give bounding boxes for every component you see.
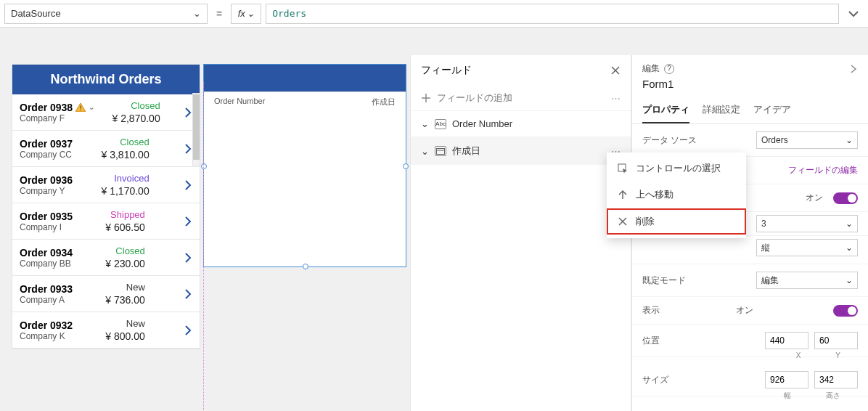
gallery-item[interactable]: Order 0935 Company I Shipped ¥ 606.50: [12, 203, 200, 240]
prop-datasource-dropdown[interactable]: Orders ⌄: [756, 131, 858, 149]
ctx-label: コントロールの選択: [636, 162, 721, 175]
order-status: New: [105, 318, 145, 329]
selection-handle[interactable]: [403, 163, 409, 169]
chevron-right-icon: [184, 251, 192, 264]
chevron-right-icon: [184, 179, 192, 192]
panel-edit-label: 編集: [642, 62, 660, 75]
help-icon[interactable]: ?: [664, 64, 674, 74]
selection-guideline: [203, 82, 204, 411]
order-id: Order 0932: [20, 320, 73, 331]
svg-rect-2: [437, 149, 445, 155]
orders-gallery: Northwind Orders Order 0938 ⌄ Company F …: [12, 64, 200, 349]
prop-y-sublabel: Y: [835, 351, 840, 359]
company-name: Company F: [20, 113, 94, 123]
property-dropdown[interactable]: DataSource ⌄: [4, 4, 208, 24]
tab-ideas[interactable]: アイデア: [753, 97, 791, 123]
fx-button[interactable]: fx ⌄: [231, 4, 261, 24]
chevron-down-icon: ⌄: [846, 219, 853, 229]
ctx-move-up[interactable]: 上へ移動: [607, 182, 746, 208]
field-label: 作成日: [452, 145, 480, 158]
prop-columns-dropdown[interactable]: 3 ⌄: [756, 215, 858, 232]
company-name: Company I: [20, 222, 73, 232]
prop-defaultmode-dropdown[interactable]: 編集 ⌄: [756, 272, 858, 289]
date-type-icon: [435, 146, 446, 156]
order-id: Order 0937: [20, 138, 73, 150]
ctx-label: 上へ移動: [636, 188, 673, 201]
gallery-title: Northwind Orders: [12, 65, 200, 94]
cursor-icon: [617, 163, 629, 174]
order-id: Order 0933: [20, 283, 73, 295]
formula-input[interactable]: [266, 4, 839, 24]
field-context-menu: コントロールの選択 上へ移動 削除: [607, 152, 746, 238]
chevron-right-icon: [184, 288, 192, 301]
field-row-order-number[interactable]: ⌄ Abc Order Number: [411, 110, 631, 137]
formula-bar: DataSource ⌄ = fx ⌄: [0, 0, 868, 28]
prop-y-input[interactable]: [814, 332, 858, 349]
gallery-item[interactable]: Order 0937 Company CC Closed ¥ 3,810.00: [12, 131, 200, 167]
order-status: Closed: [112, 100, 160, 111]
prop-size-label: サイズ: [642, 374, 668, 386]
order-id: Order 0934: [20, 247, 73, 259]
order-id: Order 0936: [20, 174, 73, 186]
chevron-down-icon: ⌄: [846, 135, 853, 145]
form-header-bar: [204, 65, 406, 92]
tab-properties[interactable]: プロパティ: [642, 97, 689, 123]
gallery-item[interactable]: Order 0936 Company Y Invoiced ¥ 1,170.00: [12, 167, 200, 203]
more-icon[interactable]: ⋯: [611, 93, 621, 104]
order-price: ¥ 2,870.00: [112, 113, 160, 124]
chevron-down-icon: ⌄: [193, 8, 201, 19]
chevron-down-icon: ⌄: [421, 118, 429, 129]
prop-datasource-value: Orders: [761, 135, 788, 145]
add-field-button[interactable]: フィールドの追加 ⋯: [411, 86, 631, 110]
gallery-scrollbar[interactable]: [192, 93, 200, 166]
chevron-right-icon: [184, 324, 192, 337]
order-id: Order 0935: [20, 211, 73, 222]
prop-defaultmode-value: 編集: [761, 274, 779, 287]
gallery-item[interactable]: Order 0934 Company BB Closed ¥ 230.00: [12, 240, 200, 276]
form-column-order-number: Order Number: [214, 97, 372, 107]
prop-visible-onlabel: オン: [736, 304, 753, 317]
prop-height-input[interactable]: [814, 371, 858, 388]
gallery-item[interactable]: Order 0933 Company A New ¥ 736.00: [12, 276, 200, 312]
toggle-on[interactable]: [833, 192, 858, 204]
company-name: Company K: [20, 331, 73, 341]
property-dropdown-label: DataSource: [11, 8, 61, 19]
ctx-delete[interactable]: 削除: [607, 208, 746, 235]
order-price: ¥ 230.00: [105, 258, 145, 269]
field-row-created-date[interactable]: ⌄ 作成日 ⋯: [411, 137, 631, 165]
ctx-label: 削除: [636, 215, 655, 228]
field-label: Order Number: [452, 118, 512, 129]
chevron-right-icon[interactable]: [849, 63, 858, 75]
order-status: Closed: [102, 137, 150, 147]
formula-expand-button[interactable]: [843, 4, 864, 24]
selection-handle[interactable]: [201, 163, 207, 169]
chevron-down-icon: ⌄: [421, 146, 429, 157]
tab-advanced[interactable]: 詳細設定: [703, 97, 740, 123]
prop-layout-dropdown[interactable]: 縦 ⌄: [756, 239, 858, 256]
close-icon[interactable]: [610, 65, 621, 76]
warning-icon: [75, 103, 86, 112]
company-name: Company Y: [20, 186, 73, 196]
order-price: ¥ 1,170.00: [102, 185, 150, 197]
order-price: ¥ 606.50: [105, 221, 145, 233]
company-name: Company A: [20, 295, 73, 305]
toggle-visible[interactable]: [833, 305, 858, 317]
chevron-down-icon: ⌄: [846, 275, 853, 285]
ctx-select-control[interactable]: コントロールの選択: [607, 155, 746, 182]
selection-handle[interactable]: [303, 264, 308, 269]
prop-x-input[interactable]: [765, 332, 808, 349]
order-status: Shipped: [105, 209, 145, 220]
svg-rect-0: [80, 105, 81, 108]
gallery-item[interactable]: Order 0932 Company K New ¥ 800.00: [12, 312, 200, 349]
add-field-label: フィールドの追加: [437, 91, 512, 105]
chevron-down-icon: ⌄: [846, 243, 853, 253]
order-status: Closed: [105, 245, 145, 256]
prop-width-input[interactable]: [765, 371, 808, 388]
company-name: Company CC: [20, 150, 73, 160]
chevron-right-icon: [184, 106, 192, 119]
edit-fields-link[interactable]: フィールドの編集: [788, 164, 858, 176]
fx-label: fx: [238, 8, 245, 19]
form-preview[interactable]: Order Number 作成日: [203, 64, 406, 267]
gallery-item[interactable]: Order 0938 ⌄ Company F Closed ¥ 2,870.00: [12, 94, 200, 131]
prop-columns-value: 3: [761, 219, 766, 229]
